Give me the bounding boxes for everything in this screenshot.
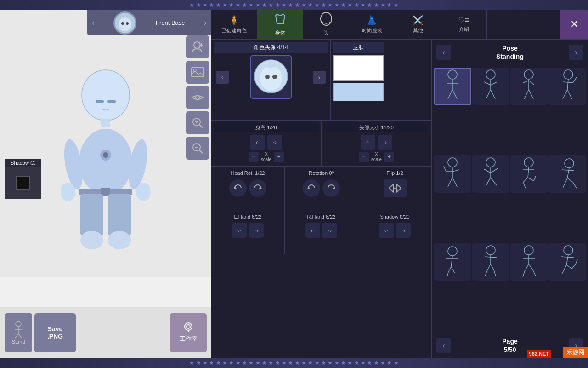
svg-line-76	[567, 79, 568, 90]
tab-created[interactable]: 🧍 已创建角色	[211, 9, 257, 39]
svg-point-2	[121, 22, 124, 25]
portrait-thumbnail[interactable]	[250, 55, 292, 99]
rotation-ccw-button[interactable]	[303, 179, 320, 197]
pose-next-button[interactable]: ›	[569, 45, 583, 60]
height-minus-button[interactable]: −	[249, 152, 259, 162]
workshop-button[interactable]: 工作室	[170, 313, 207, 352]
height-prev-button[interactable]: ‹·	[250, 135, 265, 150]
next-character-button[interactable]: ›	[204, 18, 207, 28]
pose-item-11[interactable]	[510, 243, 548, 281]
eye-button[interactable]	[186, 86, 209, 109]
flip-title: Flip 1/2	[386, 169, 403, 177]
svg-line-66	[491, 82, 497, 85]
page-number: 5/50	[502, 345, 517, 354]
svg-line-99	[528, 178, 534, 181]
rotation-buttons	[303, 179, 340, 197]
skin-section: 皮肤	[331, 40, 386, 120]
skin-white-option[interactable]	[333, 55, 384, 80]
shadow-prev-button[interactable]: ‹·	[379, 223, 394, 238]
left-content: 角色头像 4/14 ‹	[211, 40, 432, 358]
flip-button[interactable]	[384, 179, 407, 197]
svg-point-113	[486, 246, 495, 255]
pose-item-6[interactable]	[472, 155, 509, 193]
tab-other[interactable]: ⚔️ 其他	[395, 9, 441, 39]
pose-item-4[interactable]	[548, 68, 586, 105]
tab-intro[interactable]: ♡≡ 介绍	[441, 9, 487, 39]
portrait-prev-button[interactable]: ‹	[216, 71, 229, 84]
height-next-button[interactable]: ·›	[267, 135, 282, 150]
rhand-block: R.Hand 6/22 ‹· ·›	[285, 210, 358, 254]
svg-line-86	[448, 178, 452, 187]
close-button[interactable]: ✕	[560, 9, 588, 39]
page-prev-button[interactable]: ‹	[436, 338, 451, 353]
head-rot-cw-button[interactable]	[249, 179, 266, 197]
character-preview: ‹ Front Base ›	[0, 10, 211, 277]
head-rot-title: Head Rot. 1/22	[231, 169, 265, 177]
pose-item-10[interactable]	[472, 243, 509, 281]
pose-item-5[interactable]	[434, 155, 471, 193]
height-plus-button[interactable]: +	[274, 152, 284, 162]
stand-button[interactable]: Stand	[5, 313, 32, 352]
pose-item-3[interactable]	[510, 68, 548, 105]
svg-point-8	[79, 129, 132, 195]
svg-point-101	[565, 159, 574, 168]
tab-body[interactable]: 身体	[257, 9, 303, 39]
prev-character-button[interactable]: ‹	[92, 18, 95, 28]
shadow-next-button[interactable]: ·›	[396, 223, 411, 238]
image-button[interactable]	[186, 61, 209, 84]
rotation-cw-button[interactable]	[322, 179, 340, 197]
pose-item-8[interactable]	[548, 155, 586, 193]
page-label: Page	[502, 337, 517, 345]
head-rot-buttons	[229, 179, 266, 197]
tab-fashion[interactable]: 👗 时尚服装	[349, 9, 395, 39]
pose-item-2[interactable]	[472, 68, 509, 105]
zoom-in-button[interactable]	[186, 111, 209, 134]
pose-prev-button[interactable]: ‹	[436, 45, 451, 60]
svg-line-104	[563, 178, 567, 188]
lhand-prev-button[interactable]: ‹·	[232, 223, 247, 238]
rhand-prev-button[interactable]: ‹·	[305, 223, 320, 238]
zoom-out-button[interactable]	[186, 137, 209, 160]
head-minus-button[interactable]: −	[359, 152, 369, 162]
svg-point-41	[185, 323, 192, 330]
svg-rect-6	[107, 100, 116, 103]
svg-line-61	[448, 90, 452, 99]
intro-icon: ♡≡	[458, 16, 469, 24]
height-controls: ‹· ·›	[214, 135, 319, 150]
tab-head[interactable]: 头	[303, 9, 349, 39]
head-plus-button[interactable]: +	[384, 152, 394, 162]
head-rot-ccw-button[interactable]	[229, 179, 247, 197]
head-plus-icon: +	[388, 154, 391, 160]
portrait-title: 角色头像 4/14	[214, 42, 328, 53]
lhand-next-button[interactable]: ·›	[249, 223, 264, 238]
svg-line-68	[491, 90, 495, 99]
pose-item-12[interactable]	[548, 243, 586, 281]
page-info: Page 5/50	[502, 337, 517, 354]
bottom-star-border: ★ ★ ★ ★ ★ ★ ★ ★ ★ ★ ★ ★ ★ ★ ★ ★ ★ ★ ★ ★ …	[0, 358, 588, 368]
star-decoration-bottom: ★ ★ ★ ★ ★ ★ ★ ★ ★ ★ ★ ★ ★ ★ ★ ★ ★ ★ ★ ★ …	[189, 360, 398, 366]
head-size-prev-button[interactable]: ‹·	[361, 135, 375, 150]
svg-line-98	[523, 182, 526, 188]
pose-item-9[interactable]	[434, 243, 471, 281]
save-png-button[interactable]: Save .PNG	[34, 313, 76, 352]
svg-rect-7	[101, 119, 110, 127]
svg-line-67	[486, 90, 491, 99]
portrait-prev-icon: ‹	[221, 74, 224, 81]
watermark-domain: 962.NET	[527, 350, 551, 358]
add-user-button[interactable]	[186, 35, 209, 58]
shadow-buttons: ‹· ·›	[379, 223, 411, 238]
svg-point-4	[82, 70, 130, 121]
pose-item-1[interactable]	[434, 68, 471, 105]
pose-label: PoseStanding	[496, 45, 524, 60]
head-size-next-button[interactable]: ·›	[378, 135, 392, 150]
skin-blue-option[interactable]	[333, 83, 384, 101]
rhand-next-button[interactable]: ·›	[322, 223, 337, 238]
svg-line-131	[566, 265, 572, 269]
tab-other-label: 其他	[413, 27, 423, 34]
pose-item-7[interactable]	[510, 155, 548, 193]
svg-line-116	[487, 264, 491, 270]
shadow-next-icon: ·›	[401, 227, 406, 234]
portrait-next-button[interactable]: ›	[313, 71, 326, 84]
head-scale-row: − Xscale +	[324, 152, 429, 162]
rhand-buttons: ‹· ·›	[305, 223, 337, 238]
